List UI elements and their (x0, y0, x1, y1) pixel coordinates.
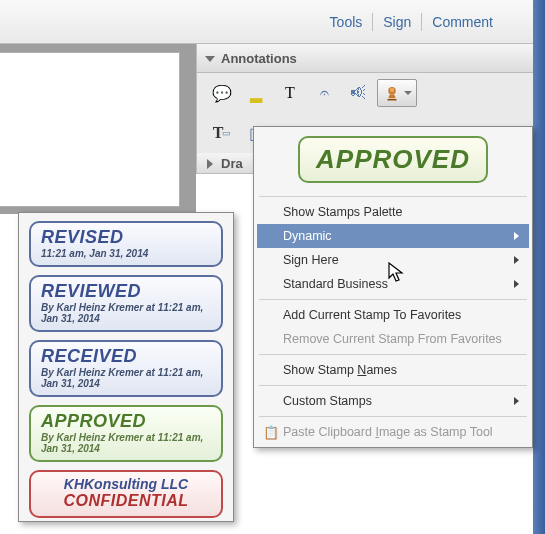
paperclip-icon: 𝄐 (320, 84, 329, 102)
window-border-right (533, 0, 545, 534)
chevron-down-icon (404, 91, 412, 95)
menu-separator (259, 385, 527, 386)
comment-link[interactable]: Comment (432, 14, 493, 30)
top-toolbar: Tools Sign Comment (0, 0, 533, 44)
drawing-label: Dra (221, 156, 243, 171)
stamp-icon (383, 84, 401, 102)
submenu-arrow-icon (514, 232, 519, 240)
menu-show-stamp-names[interactable]: Show Stamp Names (257, 358, 529, 382)
dynamic-stamps-flyout: REVISED11:21 am, Jan 31, 2014REVIEWEDBy … (18, 212, 234, 522)
stamp-subtitle: 11:21 am, Jan 31, 2014 (41, 248, 211, 259)
dynamic-stamp-confidential[interactable]: KHKonsulting LLCCONFIDENTIAL (29, 470, 223, 518)
menu-separator (259, 354, 527, 355)
menu-label: Standard Business (283, 277, 388, 291)
stamp-title: APPROVED (41, 411, 211, 432)
dynamic-stamp-received[interactable]: RECEIVEDBy Karl Heinz Kremer at 11:21 am… (29, 340, 223, 397)
sticky-note-tool[interactable]: 💬 (207, 79, 237, 107)
dynamic-stamp-revised[interactable]: REVISED11:21 am, Jan 31, 2014 (29, 221, 223, 267)
menu-paste-clipboard-image: 📋 Paste Clipboard Image as Stamp Tool (257, 420, 529, 444)
highlight-tool[interactable]: ▂ (241, 79, 271, 107)
attach-file-tool[interactable]: 𝄐 (309, 79, 339, 107)
stamp-preview-area[interactable]: APPROVED (257, 130, 529, 193)
submenu-arrow-icon (514, 397, 519, 405)
menu-standard-business[interactable]: Standard Business (257, 272, 529, 296)
sign-link[interactable]: Sign (383, 14, 411, 30)
menu-remove-current-stamp-from-favorites: Remove Current Stamp From Favorites (257, 327, 529, 351)
menu-add-current-stamp-to-favorites[interactable]: Add Current Stamp To Favorites (257, 303, 529, 327)
menu-separator (259, 416, 527, 417)
menu-label: Show Stamps Palette (283, 205, 403, 219)
document-page[interactable] (0, 52, 180, 207)
submenu-arrow-icon (514, 256, 519, 264)
menu-label: Custom Stamps (283, 394, 372, 408)
stamp-dropdown-menu: APPROVED Show Stamps PaletteDynamicSign … (253, 126, 533, 448)
sticky-note-icon: 💬 (212, 84, 232, 103)
svg-point-1 (389, 88, 394, 93)
menu-custom-stamps[interactable]: Custom Stamps (257, 389, 529, 413)
menu-show-stamps-palette[interactable]: Show Stamps Palette (257, 200, 529, 224)
audio-icon: 🕬 (350, 84, 366, 102)
menu-dynamic[interactable]: Dynamic (257, 224, 529, 248)
annotations-header[interactable]: Annotations (197, 44, 533, 73)
menu-separator (259, 299, 527, 300)
text-box-tool[interactable]: T▭ (207, 119, 237, 147)
menu-sign-here[interactable]: Sign Here (257, 248, 529, 272)
record-audio-tool[interactable]: 🕬 (343, 79, 373, 107)
submenu-arrow-icon (514, 280, 519, 288)
stamp-line1: KHKonsulting LLC (41, 476, 211, 492)
menu-label: Paste Clipboard Image as Stamp Tool (283, 425, 493, 439)
stamp-title: RECEIVED (41, 346, 211, 367)
separator (421, 13, 422, 31)
menu-label: Sign Here (283, 253, 339, 267)
add-text-tool[interactable]: T (275, 79, 305, 107)
highlighter-icon: ▂ (250, 84, 262, 103)
paste-icon: 📋 (263, 425, 279, 440)
text-icon: T (285, 84, 295, 102)
stamp-subtitle: By Karl Heinz Kremer at 11:21 am, Jan 31… (41, 432, 211, 454)
disclosure-icon (205, 56, 215, 62)
stamp-subtitle: By Karl Heinz Kremer at 11:21 am, Jan 31… (41, 302, 211, 324)
menu-label: Dynamic (283, 229, 332, 243)
stamp-title: REVIEWED (41, 281, 211, 302)
approved-stamp-preview: APPROVED (298, 136, 488, 183)
menu-label: Show Stamp Names (283, 363, 397, 377)
tools-link[interactable]: Tools (330, 14, 363, 30)
stamp-title: REVISED (41, 227, 211, 248)
annotation-tool-row-1: 💬 ▂ T 𝄐 🕬 (197, 73, 533, 113)
dynamic-stamp-reviewed[interactable]: REVIEWEDBy Karl Heinz Kremer at 11:21 am… (29, 275, 223, 332)
menu-label: Remove Current Stamp From Favorites (283, 332, 502, 346)
stamp-line2: CONFIDENTIAL (41, 492, 211, 510)
stamp-tool[interactable] (377, 79, 417, 107)
separator (372, 13, 373, 31)
dynamic-stamp-approved[interactable]: APPROVEDBy Karl Heinz Kremer at 11:21 am… (29, 405, 223, 462)
menu-label: Add Current Stamp To Favorites (283, 308, 461, 322)
annotations-label: Annotations (221, 51, 297, 66)
menu-separator (259, 196, 527, 197)
disclosure-icon (207, 159, 213, 169)
stamp-subtitle: By Karl Heinz Kremer at 11:21 am, Jan 31… (41, 367, 211, 389)
